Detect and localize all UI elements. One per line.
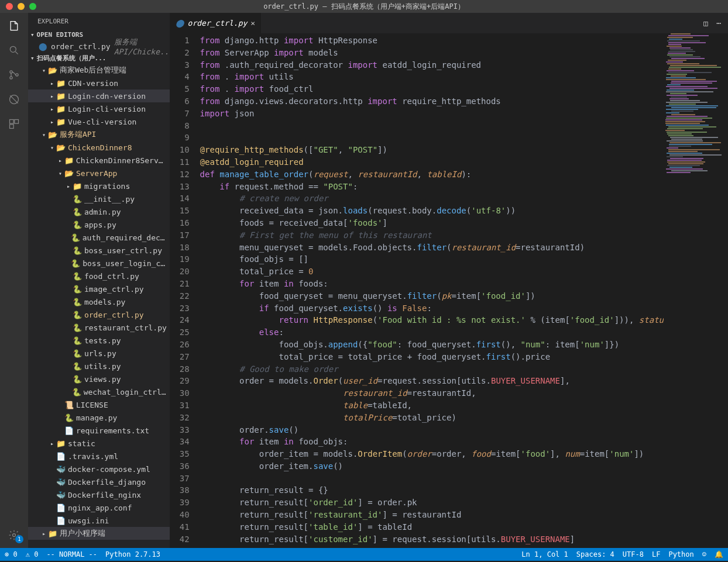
source-control-icon[interactable] [7,68,21,82]
tree-item[interactable]: 🐍apps.py [28,218,170,231]
tree-item[interactable]: 🐍auth_required_decorat... [28,231,170,244]
svg-point-8 [12,534,15,537]
tree-item[interactable]: 🐍admin.py [28,205,170,218]
tree-item[interactable]: 📄nginx_app.conf [28,501,170,514]
tree-item[interactable]: ▸📁static [28,437,170,450]
status-encoding[interactable]: UTF-8 [623,550,644,558]
chevron-down-icon: ▾ [30,31,35,39]
maximize-icon[interactable] [29,3,36,10]
folder-icon: 📁 [73,182,82,191]
tree-item-label: image_ctrl.py [84,285,144,294]
tree-item-label: Login-cli-version [68,105,146,113]
py-icon: 🐍 [64,413,74,422]
split-editor-icon[interactable]: ◫ [703,19,708,27]
chevron-icon: ▸ [48,80,56,87]
py-icon: 🐍 [72,388,81,396]
py-icon: 🐍 [73,362,82,371]
py-icon: 🐍 [73,336,82,345]
bell-icon[interactable]: 🔔 [715,550,723,558]
tree-item[interactable]: 🐍__init__.py [28,192,170,205]
search-icon[interactable] [7,43,21,57]
close-icon[interactable] [6,3,13,10]
tree-item[interactable]: 🐳docker-compose.yml [28,463,170,475]
tree-item[interactable]: 🐍models.py [28,295,170,308]
folder-icon: 📁 [48,529,57,538]
editor-body[interactable]: 1234567891011121314151617181920212223242… [170,33,728,548]
tab-order-ctrl[interactable]: ⬤ order_ctrl.py × [170,13,262,33]
svg-point-3 [16,74,18,76]
tree-item[interactable]: ▸📁ChickenDinner8Server [28,154,170,167]
tree-item[interactable]: ▸📁Vue-cli-version [28,115,170,128]
docker-icon: 🐳 [56,491,66,499]
line-numbers: 1234567891011121314151617181920212223242… [170,33,200,548]
tree-item[interactable]: 🐍views.py [28,373,170,385]
minimap[interactable] [664,33,728,548]
tree-item-label: urls.py [84,349,116,358]
status-language[interactable]: Python [668,550,693,558]
tree-item[interactable]: 🐍urls.py [28,347,170,360]
tree-item-label: boss_user_login_ctrl.py [83,259,167,268]
py-icon: 🐍 [71,233,80,242]
chevron-icon: ▾ [40,67,48,74]
minimize-icon[interactable] [18,3,25,10]
folder-icon: 📁 [56,118,66,126]
tree-item[interactable]: 🐳Dockerfile_nginx [28,488,170,501]
tree-item[interactable]: 📄uwsgi.ini [28,514,170,527]
close-icon[interactable]: × [250,19,255,27]
open-editor-item[interactable]: ⬤ order_ctrl.py 服务端API/Chicke... [28,40,170,53]
tree-item[interactable]: ▸📁migrations [28,180,170,192]
py-icon: 🐍 [73,323,82,332]
editor-area: ⬤ order_ctrl.py × ◫ ⋯ 123456789101112131… [170,13,728,548]
status-eol[interactable]: LF [652,550,660,558]
tree-item-label: Dockerfile_django [68,478,146,487]
more-icon[interactable]: ⋯ [716,19,721,27]
tree-item[interactable]: 📜LICENSE [28,398,170,411]
tree-item-label: .travis.yml [68,452,118,461]
py-icon: 🐍 [73,349,82,358]
py-icon: 🐍 [71,259,80,268]
tree-item-label: tests.py [84,336,121,345]
tree-item[interactable]: 🐍manage.py [28,411,170,424]
feedback-icon[interactable]: ☺ [702,550,706,558]
status-python-version[interactable]: Python 2.7.13 [105,550,160,558]
project-header[interactable]: ▾ 扫码点餐系统（用户... [28,53,170,64]
tree-item[interactable]: 🐍restaurant_ctrl.py [28,321,170,334]
folder-icon: 📁 [56,92,66,101]
tree-item[interactable]: 📄requirements.txt [28,424,170,437]
chevron-icon: ▸ [64,183,73,189]
code-content[interactable]: from django.http import HttpResponsefrom… [200,33,664,548]
tab-bar: ⬤ order_ctrl.py × ◫ ⋯ [170,13,728,33]
tree-item[interactable]: ▸📁Login-cdn-version [28,89,170,102]
settings-badge: 1 [15,535,23,543]
status-errors[interactable]: ⊗ 0 [5,550,18,558]
tree-item[interactable]: ▾📂商家Web后台管理端 [28,64,170,77]
tree-item[interactable]: ▾📂ChickenDinner8 [28,141,170,154]
tree-item[interactable]: 🐍utils.py [28,360,170,373]
tree-item[interactable]: 🐍order_ctrl.py [28,308,170,321]
tree-item[interactable]: 📄.travis.yml [28,450,170,463]
file-icon: 📄 [56,504,66,512]
status-warnings[interactable]: ⚠ 0 [26,550,39,558]
debug-icon[interactable] [7,92,21,106]
explorer-icon[interactable] [7,19,21,33]
activity-bar: 1 [0,13,28,548]
tree-item[interactable]: 🐍boss_user_ctrl.py [28,244,170,257]
status-cursor[interactable]: Ln 1, Col 1 [521,550,568,558]
tree-item[interactable]: ▸📁CDN-version [28,77,170,89]
tree-item-label: nginx_app.conf [68,504,132,512]
tree-item[interactable]: ▸📁Login-cli-version [28,102,170,115]
status-indent[interactable]: Spaces: 4 [576,550,614,558]
tree-item[interactable]: 🐍boss_user_login_ctrl.py [28,257,170,270]
python-icon: ⬤ [176,19,184,27]
tree-item[interactable]: 🐍image_ctrl.py [28,282,170,295]
tree-item[interactable]: 🐍wechat_login_ctrl.py [28,385,170,398]
svg-point-0 [10,46,16,52]
tree-item[interactable]: ▾📂ServerApp [28,167,170,180]
tree-item[interactable]: ▸📁用户小程序端 [28,527,170,540]
tree-item[interactable]: ▾📂服务端API [28,128,170,141]
extensions-icon[interactable] [7,117,21,131]
folder-icon: 📁 [64,156,74,165]
tree-item[interactable]: 🐳Dockerfile_django [28,475,170,488]
tree-item[interactable]: 🐍food_ctrl.py [28,270,170,282]
tree-item[interactable]: 🐍tests.py [28,334,170,347]
